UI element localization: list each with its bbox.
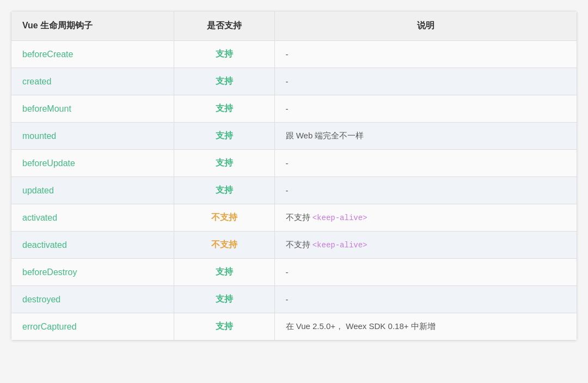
col-header-desc: 说明: [274, 11, 577, 41]
lifecycle-table-wrapper: Vue 生命周期钩子 是否支持 说明 beforeCreate支持-create…: [11, 11, 577, 341]
hook-cell: errorCaptured: [11, 313, 174, 341]
table-row: beforeDestroy支持-: [11, 259, 577, 286]
desc-cell: -: [274, 95, 577, 123]
desc-code-tag: <keep-alive>: [313, 214, 367, 222]
support-cell: 支持: [174, 259, 274, 286]
hook-cell: beforeCreate: [11, 41, 174, 68]
desc-code-tag: <keep-alive>: [313, 241, 367, 250]
hook-cell: updated: [11, 177, 174, 204]
hook-cell: created: [11, 68, 174, 95]
desc-text: 不支持: [286, 240, 313, 249]
desc-cell: -: [274, 68, 577, 95]
support-cell: 不支持: [174, 204, 274, 232]
table-row: beforeMount支持-: [11, 95, 577, 123]
desc-cell: -: [274, 41, 577, 68]
table-row: beforeCreate支持-: [11, 41, 577, 68]
desc-text: 不支持: [286, 212, 313, 222]
support-cell: 支持: [174, 286, 274, 313]
table-row: destroyed支持-: [11, 286, 577, 313]
support-cell: 不支持: [174, 232, 274, 259]
support-cell: 支持: [174, 123, 274, 150]
hook-cell: mounted: [11, 123, 174, 150]
desc-cell: -: [274, 286, 577, 313]
hook-cell: beforeMount: [11, 95, 174, 123]
table-header-row: Vue 生命周期钩子 是否支持 说明: [11, 11, 577, 41]
table-row: errorCaptured支持在 Vue 2.5.0+， Weex SDK 0.…: [11, 313, 577, 341]
lifecycle-table: Vue 生命周期钩子 是否支持 说明 beforeCreate支持-create…: [11, 11, 577, 341]
desc-cell: -: [274, 259, 577, 286]
table-row: created支持-: [11, 68, 577, 95]
support-cell: 支持: [174, 95, 274, 123]
support-cell: 支持: [174, 177, 274, 204]
support-cell: 支持: [174, 313, 274, 341]
hook-cell: deactivated: [11, 232, 174, 259]
table-row: mounted支持跟 Web 端完全不一样: [11, 123, 577, 150]
table-row: activated不支持不支持 <keep-alive>: [11, 204, 577, 232]
desc-cell: -: [274, 150, 577, 177]
table-row: beforeUpdate支持-: [11, 150, 577, 177]
support-cell: 支持: [174, 150, 274, 177]
hook-cell: activated: [11, 204, 174, 232]
desc-cell: -: [274, 177, 577, 204]
table-row: deactivated不支持不支持 <keep-alive>: [11, 232, 577, 259]
hook-cell: destroyed: [11, 286, 174, 313]
desc-cell: 在 Vue 2.5.0+， Weex SDK 0.18+ 中新增: [274, 313, 577, 341]
desc-cell: 不支持 <keep-alive>: [274, 232, 577, 259]
support-cell: 支持: [174, 68, 274, 95]
hook-cell: beforeUpdate: [11, 150, 174, 177]
col-header-hook: Vue 生命周期钩子: [11, 11, 174, 41]
table-row: updated支持-: [11, 177, 577, 204]
support-cell: 支持: [174, 41, 274, 68]
desc-cell: 不支持 <keep-alive>: [274, 204, 577, 232]
desc-cell: 跟 Web 端完全不一样: [274, 123, 577, 150]
col-header-support: 是否支持: [174, 11, 274, 41]
hook-cell: beforeDestroy: [11, 259, 174, 286]
